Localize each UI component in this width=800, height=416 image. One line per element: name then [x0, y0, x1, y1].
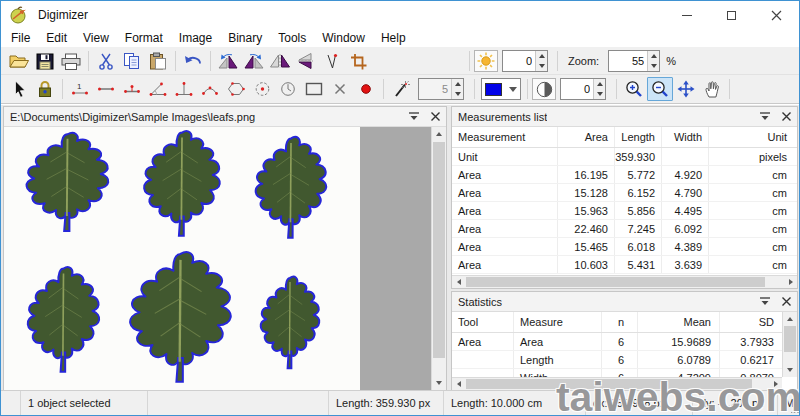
panel-menu-button[interactable] [407, 110, 421, 124]
table-row[interactable]: Unit359.930pixels [452, 148, 797, 166]
measurements-header-row[interactable]: Measurement Area Length Width Unit [452, 127, 797, 148]
scroll-left-arrow[interactable] [452, 378, 465, 390]
zoom-up-button[interactable] [648, 51, 659, 61]
contrast-input[interactable] [561, 79, 593, 99]
tolerance-up-button[interactable] [452, 79, 463, 89]
menu-image[interactable]: Image [171, 29, 220, 48]
magic-wand-button[interactable] [388, 77, 414, 101]
menu-file[interactable]: File [3, 29, 38, 48]
delete-object-button[interactable] [327, 77, 353, 101]
marker-point-button[interactable] [353, 77, 379, 101]
menu-help[interactable]: Help [373, 29, 414, 48]
pan-tool-button[interactable] [699, 77, 725, 101]
cut-button[interactable] [93, 49, 119, 73]
copy-button[interactable] [119, 49, 145, 73]
table-row[interactable]: Area16.1955.7724.920cm [452, 166, 797, 184]
measure-circle-tool[interactable] [275, 77, 301, 101]
minimize-button[interactable] [664, 1, 709, 29]
panel-menu-button[interactable] [758, 295, 772, 309]
table-row[interactable]: Length66.07890.6217 [452, 351, 782, 369]
flip-horizontal-button[interactable] [267, 49, 293, 73]
table-row[interactable]: AreaArea615.96893.7933 [452, 333, 782, 351]
menu-window[interactable]: Window [314, 29, 373, 48]
table-cell: Area [514, 333, 602, 350]
maximize-button[interactable] [709, 1, 754, 29]
measure-line-tool[interactable] [93, 77, 119, 101]
color-picker-combobox[interactable] [481, 78, 521, 100]
statistics-horizontal-scrollbar[interactable] [452, 377, 782, 390]
scroll-down-arrow[interactable] [432, 376, 446, 390]
menu-format[interactable]: Format [117, 29, 171, 48]
zoom-down-button[interactable] [648, 61, 659, 71]
contrast-button[interactable] [532, 78, 556, 100]
scroll-thumb[interactable] [466, 277, 765, 287]
table-row[interactable]: Area15.4656.0184.389cm [452, 238, 797, 256]
image-vertical-scrollbar[interactable] [431, 127, 446, 390]
table-cell: Area [452, 256, 558, 273]
measure-arc-tool[interactable] [197, 77, 223, 101]
panel-menu-button[interactable] [758, 110, 772, 124]
save-button[interactable] [32, 49, 58, 73]
image-canvas[interactable] [4, 127, 446, 390]
menu-tools[interactable]: Tools [270, 29, 314, 48]
measure-circle-center-tool[interactable] [249, 77, 275, 101]
table-row[interactable]: Area15.9635.8564.495cm [452, 202, 797, 220]
scroll-right-arrow[interactable] [784, 276, 797, 288]
measure-perpendicular-icon [174, 81, 194, 97]
table-row[interactable]: Area22.4607.2456.092cm [452, 220, 797, 238]
statistics-vertical-scrollbar[interactable] [782, 312, 797, 377]
lock-button[interactable] [32, 77, 58, 101]
brightness-button[interactable] [474, 50, 498, 72]
table-row[interactable]: Area15.1286.1524.790cm [452, 184, 797, 202]
measure-polygon-tool[interactable] [223, 77, 249, 101]
brightness-down-button[interactable] [536, 61, 547, 71]
open-button[interactable] [6, 49, 32, 73]
resize-grip[interactable] [791, 405, 799, 413]
statistics-close-button[interactable] [779, 295, 793, 309]
measurements-close-button[interactable] [779, 110, 793, 124]
undo-button[interactable] [180, 49, 206, 73]
menu-view[interactable]: View [75, 29, 117, 48]
paste-button[interactable] [145, 49, 171, 73]
scroll-up-arrow[interactable] [432, 127, 446, 141]
scroll-thumb[interactable] [433, 142, 445, 358]
measure-length-tool[interactable]: 1 [67, 77, 93, 101]
status-length-px: Length: 359.930 px [329, 391, 444, 415]
contrast-down-button[interactable] [594, 89, 605, 99]
zoom-in-button[interactable] [621, 77, 647, 101]
leafs-image[interactable] [4, 127, 360, 390]
print-button[interactable] [58, 49, 84, 73]
tolerance-down-button[interactable] [452, 89, 463, 99]
caliper-tool-button[interactable] [319, 49, 345, 73]
statistics-header-row[interactable]: Tool Measure n Mean SD [452, 312, 782, 333]
scroll-down-arrow[interactable] [783, 363, 797, 377]
contrast-icon [536, 81, 553, 98]
rotate-left-button[interactable] [215, 49, 241, 73]
measure-midpoint-tool[interactable] [119, 77, 145, 101]
wand-tolerance-input[interactable] [419, 79, 451, 99]
contrast-up-button[interactable] [594, 79, 605, 89]
measurements-horizontal-scrollbar[interactable] [452, 275, 797, 288]
flip-vertical-button[interactable] [293, 49, 319, 73]
crop-button[interactable] [345, 49, 371, 73]
menu-binary[interactable]: Binary [220, 29, 270, 48]
table-row[interactable]: Area10.6035.4313.639cm [452, 256, 797, 274]
measure-perpendicular-tool[interactable] [171, 77, 197, 101]
zoom-out-button[interactable] [647, 77, 673, 101]
scroll-thumb[interactable] [466, 379, 752, 389]
measure-rectangle-tool[interactable] [301, 77, 327, 101]
fit-window-button[interactable] [673, 77, 699, 101]
brightness-input[interactable] [503, 51, 535, 71]
menu-edit[interactable]: Edit [38, 29, 75, 48]
measure-angle-tool[interactable] [145, 77, 171, 101]
scroll-up-arrow[interactable] [783, 312, 797, 326]
scroll-left-arrow[interactable] [452, 276, 465, 288]
close-button[interactable] [754, 1, 799, 29]
zoom-input[interactable] [609, 51, 647, 71]
image-panel-close-button[interactable] [428, 110, 442, 124]
rotate-right-button[interactable] [241, 49, 267, 73]
scroll-thumb[interactable] [784, 326, 796, 352]
select-tool-button[interactable] [6, 77, 32, 101]
brightness-up-button[interactable] [536, 51, 547, 61]
scroll-right-arrow[interactable] [769, 378, 782, 390]
